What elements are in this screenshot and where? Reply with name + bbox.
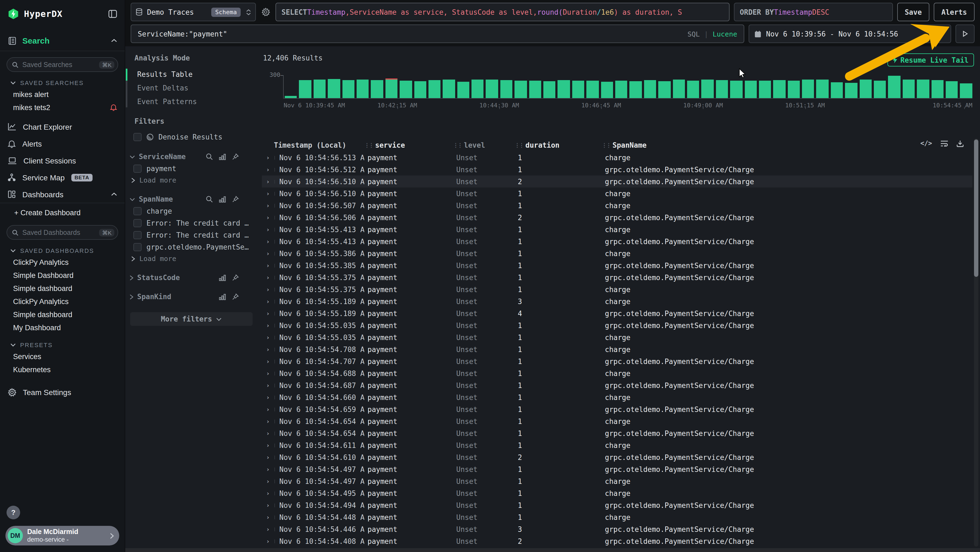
histogram-bar[interactable] xyxy=(673,75,685,98)
histogram-bar[interactable] xyxy=(687,75,699,98)
histogram-bar[interactable] xyxy=(572,75,584,98)
sidebar-item-chart-explorer[interactable]: Chart Explorer xyxy=(0,118,125,135)
sidebar-item-service-map[interactable]: Service MapBETA xyxy=(0,169,125,186)
bar-chart-icon[interactable] xyxy=(219,293,226,300)
histogram-bar[interactable] xyxy=(644,75,656,98)
load-more-button[interactable]: Load more xyxy=(125,174,258,186)
table-row[interactable]: ›Nov 6 10:54:54.708 AMpaymentUnset1charg… xyxy=(262,343,972,355)
table-row[interactable]: ›Nov 6 10:54:54.654 AMpaymentUnset1grpc.… xyxy=(262,427,972,439)
column-header-spanname[interactable]: ⋮⋮SpanName xyxy=(601,141,972,149)
row-expand-chevron[interactable]: › xyxy=(262,286,274,293)
histogram-bar[interactable] xyxy=(831,75,843,98)
histogram-bar[interactable] xyxy=(342,75,355,98)
histogram-bar[interactable] xyxy=(371,75,383,98)
checkbox[interactable] xyxy=(134,231,142,239)
facet-value-checkbox[interactable]: Error: The credit card … xyxy=(125,217,258,229)
histogram-bar[interactable] xyxy=(601,75,613,98)
table-row[interactable]: ›Nov 6 10:54:56.507 AMpaymentUnset1charg… xyxy=(262,199,972,211)
histogram-bar[interactable] xyxy=(443,75,455,98)
histogram-bar[interactable] xyxy=(356,75,369,98)
source-select[interactable]: Demo Traces Schema xyxy=(130,3,256,21)
table-row[interactable]: ›Nov 6 10:54:55.035 AMpaymentUnset1grpc.… xyxy=(262,319,972,331)
column-drag-handle[interactable]: ⋮⋮ xyxy=(601,142,610,148)
table-row[interactable]: ›Nov 6 10:54:54.497 AMpaymentUnset1charg… xyxy=(262,475,972,487)
denoise-results-checkbox[interactable]: Denoise Results xyxy=(125,131,258,143)
table-row[interactable]: ›Nov 6 10:54:56.506 AMpaymentUnset2grpc.… xyxy=(262,211,972,223)
order-by-editor[interactable]: ORDER BY Timestamp DESC xyxy=(733,3,892,21)
column-header-duration[interactable]: ⋮⋮duration xyxy=(514,141,601,149)
table-row[interactable]: ›Nov 6 10:54:55.385 AMpaymentUnset1grpc.… xyxy=(262,259,972,271)
more-filters-button[interactable]: More filters xyxy=(130,312,253,326)
checkbox[interactable] xyxy=(134,219,142,227)
create-dashboard-button[interactable]: + Create Dashboard xyxy=(0,203,125,219)
download-icon[interactable] xyxy=(956,139,964,147)
row-expand-chevron[interactable]: › xyxy=(262,394,274,401)
histogram-bar[interactable] xyxy=(903,75,915,98)
row-expand-chevron[interactable]: › xyxy=(262,514,274,521)
analysis-mode-results-table[interactable]: Results Table xyxy=(126,67,258,81)
table-row[interactable]: ›Nov 6 10:54:54.659 AMpaymentUnset1grpc.… xyxy=(262,403,972,415)
table-row[interactable]: ›Nov 6 10:54:54.707 AMpaymentUnset1grpc.… xyxy=(262,355,972,367)
resume-live-tail-button[interactable]: Resume Live Tail xyxy=(888,53,974,67)
facet-header-spanname[interactable]: SpanName xyxy=(125,193,258,205)
facet-value-checkbox[interactable]: charge xyxy=(125,205,258,217)
table-row[interactable]: ›Nov 6 10:54:54.611 AMpaymentUnset1charg… xyxy=(262,439,972,451)
sidebar-item-dashboards[interactable]: Dashboards xyxy=(0,186,125,203)
histogram-bar[interactable] xyxy=(845,75,857,98)
sidebar-item-team-settings[interactable]: Team Settings xyxy=(0,384,125,400)
search-icon[interactable] xyxy=(206,196,213,203)
table-row[interactable]: ›Nov 6 10:54:55.386 AMpaymentUnset1charg… xyxy=(262,247,972,259)
saved-dashboards-header[interactable]: SAVED DASHBOARDS xyxy=(0,242,125,255)
user-menu[interactable]: DM Dale McDiarmid demo-service - xyxy=(5,526,119,546)
histogram-bar[interactable] xyxy=(702,75,714,98)
row-expand-chevron[interactable]: › xyxy=(262,358,274,365)
sql-toggle[interactable]: SQL xyxy=(687,30,700,38)
wrap-text-icon[interactable] xyxy=(940,139,948,147)
alerts-button[interactable]: Alerts xyxy=(934,3,975,21)
row-expand-chevron[interactable]: › xyxy=(262,430,274,437)
row-expand-chevron[interactable]: › xyxy=(262,526,274,533)
save-button[interactable]: Save xyxy=(897,3,929,21)
sidebar-item-search[interactable]: Search xyxy=(0,30,125,51)
column-drag-handle[interactable]: ⋮⋮ xyxy=(364,142,373,148)
analysis-mode-event-patterns[interactable]: Event Patterns xyxy=(126,95,258,108)
analysis-mode-event-deltas[interactable]: Event Deltas xyxy=(126,81,258,95)
saved-dashboard-item[interactable]: Simple dashboard xyxy=(0,282,125,295)
table-row[interactable]: ›Nov 6 10:54:56.513 AMpaymentUnset1charg… xyxy=(262,152,972,163)
search-icon[interactable] xyxy=(206,153,213,160)
table-row[interactable]: ›Nov 6 10:54:54.660 AMpaymentUnset1charg… xyxy=(262,391,972,403)
row-expand-chevron[interactable]: › xyxy=(262,502,274,509)
facet-value-checkbox[interactable]: payment xyxy=(125,163,258,174)
presets-header[interactable]: PRESETS xyxy=(0,334,125,350)
histogram-bar[interactable] xyxy=(859,75,872,98)
row-expand-chevron[interactable]: › xyxy=(262,322,274,329)
histogram-bar[interactable] xyxy=(759,75,771,98)
row-expand-chevron[interactable]: › xyxy=(262,298,274,305)
histogram-bar[interactable] xyxy=(515,75,527,98)
histogram-bar[interactable] xyxy=(457,75,469,98)
histogram-bar[interactable] xyxy=(529,75,541,98)
saved-dashboard-item[interactable]: My Dashboard xyxy=(0,321,125,334)
histogram-bar[interactable] xyxy=(558,75,570,98)
bar-chart-icon[interactable] xyxy=(219,274,226,281)
table-row[interactable]: ›Nov 6 10:54:54.494 AMpaymentUnset1grpc.… xyxy=(262,499,972,511)
table-row[interactable]: ›Nov 6 10:54:56.512 AMpaymentUnset1grpc.… xyxy=(262,163,972,175)
histogram-bar[interactable] xyxy=(730,75,742,98)
histogram-bar[interactable] xyxy=(586,75,599,98)
histogram-bar[interactable] xyxy=(428,75,441,98)
row-expand-chevron[interactable]: › xyxy=(262,478,274,485)
date-range-picker[interactable]: Nov 6 10:39:56 - Nov 6 10:54:56 xyxy=(749,24,951,43)
row-expand-chevron[interactable]: › xyxy=(262,214,274,221)
pin-icon[interactable] xyxy=(232,274,239,281)
histogram-bar[interactable] xyxy=(299,75,312,98)
histogram-bar[interactable] xyxy=(471,75,484,98)
saved-dashboard-item[interactable]: Simple dashboard xyxy=(0,308,125,321)
saved-dashboard-item[interactable]: ClickPy Analytics xyxy=(0,295,125,308)
row-expand-chevron[interactable]: › xyxy=(262,538,274,545)
row-expand-chevron[interactable]: › xyxy=(262,382,274,389)
histogram-bar[interactable] xyxy=(313,75,326,98)
histogram-bar[interactable] xyxy=(716,75,728,98)
preset-item[interactable]: Services xyxy=(0,350,125,363)
table-row[interactable]: ›Nov 6 10:54:55.413 AMpaymentUnset1grpc.… xyxy=(262,235,972,247)
sidebar-item-client-sessions[interactable]: Client Sessions xyxy=(0,152,125,169)
